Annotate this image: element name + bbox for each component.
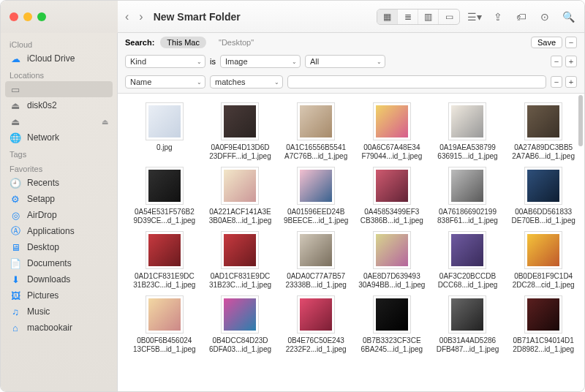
disk-icon: ⏏ (10, 116, 21, 127)
file-thumbnail (221, 295, 259, 333)
tags-button[interactable]: 🏷 (513, 9, 530, 25)
gear-icon: ⚙ (10, 193, 21, 205)
more-button[interactable]: ⊙ (536, 9, 554, 25)
sidebar-item-label: Network (27, 132, 59, 143)
sidebar-item[interactable]: ⬇Downloads (1, 271, 117, 287)
window-title: New Smart Folder (154, 11, 241, 23)
file-thumbnail (146, 167, 184, 205)
file-item[interactable]: 0A01596EED24B 9BEECE...id_1.jpeg (279, 167, 352, 225)
globe-icon: 🌐 (10, 132, 21, 143)
file-item[interactable]: 00B31A4AD5286 DFB487...id_1.jpeg (431, 295, 505, 354)
icon-view-button[interactable]: ▦ (377, 10, 398, 24)
file-item[interactable]: 00A6C67A48E34 F79044...id_1.jpeg (355, 102, 429, 161)
rule2-value-input[interactable] (287, 75, 546, 88)
file-item[interactable]: 0A0F9E4D13D6D 23DFFF...id_1.jpeg (204, 102, 277, 161)
sidebar-item-label: AirDrop (27, 210, 57, 220)
file-item[interactable]: 0A54E531F576B2 9D39CE...d_1.jpeg (128, 167, 201, 225)
file-item[interactable]: 0AE8D7D639493 30A94BB...id_1.jpeg (355, 231, 429, 290)
back-button[interactable]: ‹ (125, 10, 129, 23)
rule2-op-select[interactable]: matches⌄ (210, 75, 283, 88)
remove-rule2-button[interactable]: − (551, 76, 562, 88)
remove-scope-button[interactable]: − (565, 37, 577, 48)
file-item[interactable]: 0AD1CF831E9DC 31B23C...id_1.jpeg (204, 231, 277, 290)
desktop-icon: 🖥 (10, 241, 21, 253)
sidebar-item[interactable]: 🖥Desktop (1, 239, 117, 255)
sidebar-item[interactable]: ◎AirDrop (1, 207, 117, 223)
file-item[interactable]: 0A45853499EF3 CB386B...id_1.jpeg (355, 167, 429, 225)
sidebar-item[interactable]: 📄Documents (1, 255, 117, 271)
share-button[interactable]: ⇪ (489, 9, 507, 25)
file-name: 0AD1CF831E9DC 31B23C...id_1.jpeg (209, 272, 271, 290)
music-icon: ♫ (10, 306, 21, 317)
sidebar-item[interactable]: 🕘Recents (1, 175, 117, 191)
sidebar-item[interactable]: ⒶApplications (1, 223, 117, 239)
scope-desktop[interactable]: "Desktop" (212, 37, 260, 48)
content-area[interactable]: 0.jpg0A0F9E4D13D6D 23DFFF...id_1.jpeg0A1… (118, 94, 584, 391)
file-item[interactable]: 0B4DCC84D23D 6DFA03...id_1.jpeg (204, 295, 277, 354)
file-item[interactable]: 0.jpg (128, 102, 201, 161)
sidebar-item[interactable]: ⏏⏏ (1, 113, 117, 129)
file-item[interactable]: 0B00F6B456024 13CF5B...id_1.jpeg (128, 295, 201, 354)
file-thumbnail (146, 295, 184, 333)
sidebar-item[interactable]: ⏏disk0s2 (1, 97, 117, 113)
sidebar-item-label: Recents (27, 178, 59, 188)
file-item[interactable]: 0A221ACF141A3E 3B0AE8...id_1.jpeg (204, 167, 277, 225)
sidebar-item[interactable]: 🖼Pictures (1, 287, 117, 304)
remove-rule1-button[interactable]: − (551, 56, 562, 67)
file-item[interactable]: 0AF3C20BCCDB DCC68...id_1.jpeg (431, 231, 505, 290)
doc-icon: 📄 (10, 257, 21, 269)
add-rule1-button[interactable]: + (565, 56, 577, 67)
scrollbar[interactable] (578, 95, 583, 146)
rule2-attribute-select[interactable]: Name⌄ (125, 75, 205, 88)
file-item[interactable]: 0B7B3323CF3CE 6BA245...id_1.jpeg (355, 295, 429, 354)
sidebar-item[interactable]: ♫Music (1, 304, 117, 320)
sidebar-item[interactable]: ☁iCloud Drive (1, 50, 117, 67)
file-item[interactable]: 0ADA0C77A7B57 23338B...id_1.jpeg (279, 231, 352, 290)
minimize-button[interactable] (23, 12, 32, 21)
rule1-attribute-select[interactable]: Kind⌄ (125, 55, 205, 68)
search-button[interactable]: 🔍 (559, 9, 577, 25)
rule1-value2-select[interactable]: All⌄ (305, 55, 385, 68)
sidebar-item[interactable]: 🌐Network (1, 129, 117, 146)
file-thumbnail (524, 231, 562, 269)
eject-icon[interactable]: ⏏ (102, 118, 108, 126)
sidebar-item[interactable]: ▭ (5, 81, 113, 97)
file-thumbnail (297, 231, 335, 269)
file-item[interactable]: 0A761866902199 838F61...id_1.jpeg (431, 167, 505, 225)
file-item[interactable]: 0B4E76C50E243 2232F2...id_1.jpeg (279, 295, 352, 354)
forward-button[interactable]: › (139, 10, 143, 23)
close-button[interactable] (10, 12, 18, 21)
file-name: 0B7B3323CF3CE 6BA245...id_1.jpeg (361, 336, 423, 354)
view-mode-segment[interactable]: ▦ ≣ ▥ ▭ (377, 9, 460, 25)
down-icon: ⬇ (10, 274, 21, 285)
file-item[interactable]: 00AB6DD561833 DE70EB...id_1.jpeg (507, 167, 580, 225)
sidebar-item[interactable]: ⚙Setapp (1, 191, 117, 207)
file-name: 0B4E76C50E243 2232F2...id_1.jpeg (286, 336, 347, 354)
add-rule2-button[interactable]: + (565, 76, 577, 88)
file-item[interactable]: 0A27A89DC3BB5 2A7AB6...id_1.jpeg (507, 102, 580, 161)
sidebar-item-label: disk0s2 (27, 100, 57, 110)
file-name: 0A1C16556B5541 A7C76B...id_1.jpeg (284, 143, 347, 161)
list-view-button[interactable]: ≣ (398, 10, 418, 24)
save-button[interactable]: Save (531, 37, 562, 48)
scope-this-mac[interactable]: This Mac (160, 37, 206, 48)
sidebar-item-label: Setapp (27, 194, 55, 204)
zoom-button[interactable] (37, 12, 46, 21)
file-item[interactable]: 0B71A1C94014D1 2D8982...id_1.jpeg (507, 295, 580, 354)
rule1-value1-select[interactable]: Image⌄ (220, 55, 301, 68)
file-item[interactable]: 0A19AEA538799 636915...id_1.jpeg (431, 102, 505, 161)
file-name: 0B4DCC84D23D 6DFA03...id_1.jpeg (209, 336, 271, 354)
file-item[interactable]: 0A1C16556B5541 A7C76B...id_1.jpeg (279, 102, 352, 161)
group-by-button[interactable]: ☰▾ (466, 9, 483, 25)
file-thumbnail (373, 102, 411, 140)
file-name: 0A19AEA538799 636915...id_1.jpeg (437, 143, 497, 161)
sidebar-item[interactable]: ⌂macbookair (1, 320, 117, 336)
sidebar-section-label: Tags (1, 146, 117, 160)
file-name: 0AE8D7D639493 30A94BB...id_1.jpeg (358, 272, 425, 290)
column-view-button[interactable]: ▥ (418, 10, 439, 24)
gallery-view-button[interactable]: ▭ (439, 10, 459, 24)
cloud-icon: ☁ (10, 53, 21, 64)
file-item[interactable]: 0B0DE81F9C1D4 2DC28...cid_1.jpeg (507, 231, 580, 290)
file-thumbnail (146, 102, 184, 140)
file-item[interactable]: 0AD1CF831E9DC 31B23C...id_1.jpeg (128, 231, 201, 290)
